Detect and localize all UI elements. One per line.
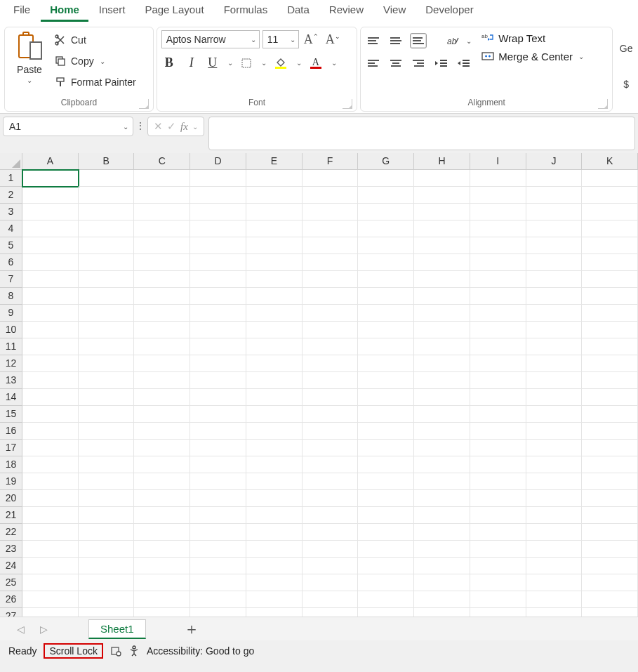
column-header[interactable]: D <box>190 153 246 170</box>
cell[interactable] <box>134 204 190 220</box>
tab-data[interactable]: Data <box>278 1 319 22</box>
cell[interactable] <box>79 490 135 507</box>
align-middle-button[interactable] <box>387 33 404 48</box>
cell[interactable] <box>246 541 303 558</box>
cell[interactable] <box>526 305 583 322</box>
cell[interactable] <box>79 322 135 338</box>
cell[interactable] <box>22 288 79 305</box>
cell[interactable] <box>582 170 638 187</box>
cell[interactable] <box>22 305 79 322</box>
copy-button[interactable]: Copy ⌄ <box>54 53 136 70</box>
row-header[interactable]: 7 <box>0 271 22 288</box>
alignment-launcher-icon[interactable] <box>598 99 608 109</box>
cell[interactable] <box>134 456 190 473</box>
cell[interactable] <box>303 574 359 591</box>
cell[interactable] <box>134 220 190 237</box>
cell[interactable] <box>22 338 79 355</box>
cell[interactable] <box>414 204 470 220</box>
cell[interactable] <box>414 389 470 406</box>
cell[interactable] <box>190 608 246 617</box>
decrease-font-size-button[interactable]: A <box>324 32 343 47</box>
cell[interactable] <box>358 558 414 574</box>
cell[interactable] <box>22 558 79 574</box>
row-header[interactable]: 1 <box>0 170 22 187</box>
tab-insert[interactable]: Insert <box>90 1 135 22</box>
cell[interactable] <box>414 288 470 305</box>
cell[interactable] <box>414 558 470 574</box>
cell[interactable] <box>358 473 414 490</box>
cell[interactable] <box>79 170 135 187</box>
cell[interactable] <box>246 220 303 237</box>
row-header[interactable]: 26 <box>0 591 22 608</box>
cell[interactable] <box>22 271 79 288</box>
cell[interactable] <box>134 187 190 204</box>
cell[interactable] <box>79 541 135 558</box>
cell[interactable] <box>582 456 638 473</box>
cell[interactable] <box>190 558 246 574</box>
cell[interactable] <box>358 305 414 322</box>
font-size-select[interactable]: 11 ⌄ <box>262 30 299 48</box>
cell[interactable] <box>79 473 135 490</box>
row-header[interactable]: 23 <box>0 541 22 558</box>
cell[interactable] <box>470 322 526 338</box>
cell[interactable] <box>79 305 135 322</box>
cell[interactable] <box>526 558 583 574</box>
cells[interactable] <box>22 170 638 617</box>
cell[interactable] <box>134 507 190 524</box>
cell[interactable] <box>470 541 526 558</box>
row-header[interactable]: 20 <box>0 490 22 507</box>
cell[interactable] <box>79 355 135 372</box>
cell[interactable] <box>582 389 638 406</box>
cell[interactable] <box>134 338 190 355</box>
chevron-down-icon[interactable]: ⌄ <box>123 123 128 131</box>
cell[interactable] <box>303 541 359 558</box>
cell[interactable] <box>303 237 359 254</box>
cell[interactable] <box>358 440 414 456</box>
cell[interactable] <box>303 204 359 220</box>
cell[interactable] <box>470 389 526 406</box>
cell[interactable] <box>303 389 359 406</box>
row-header[interactable]: 17 <box>0 440 22 456</box>
cell[interactable] <box>303 355 359 372</box>
cell[interactable] <box>190 187 246 204</box>
cell[interactable] <box>526 170 583 187</box>
cell[interactable] <box>303 423 359 440</box>
cell[interactable] <box>190 204 246 220</box>
cell[interactable] <box>414 237 470 254</box>
row-header[interactable]: 14 <box>0 389 22 406</box>
cell[interactable] <box>358 372 414 389</box>
cell[interactable] <box>303 507 359 524</box>
cell[interactable] <box>79 524 135 541</box>
cell[interactable] <box>134 608 190 617</box>
cell[interactable] <box>526 490 583 507</box>
cell[interactable] <box>246 237 303 254</box>
cell[interactable] <box>22 372 79 389</box>
cell[interactable] <box>303 338 359 355</box>
cell[interactable] <box>246 406 303 423</box>
borders-dropdown-caret[interactable]: ⌄ <box>261 59 267 67</box>
cell[interactable] <box>246 322 303 338</box>
cell[interactable] <box>303 220 359 237</box>
cell[interactable] <box>470 591 526 608</box>
paste-button[interactable]: Paste ⌄ <box>9 30 50 84</box>
cell[interactable] <box>79 237 135 254</box>
cell[interactable] <box>22 440 79 456</box>
cell[interactable] <box>22 490 79 507</box>
cell[interactable] <box>414 608 470 617</box>
cell[interactable] <box>526 254 583 271</box>
column-header[interactable]: I <box>470 153 526 170</box>
cell[interactable] <box>526 288 583 305</box>
cell[interactable] <box>582 288 638 305</box>
cell[interactable] <box>134 305 190 322</box>
formula-input[interactable] <box>208 117 635 150</box>
cell[interactable] <box>303 456 359 473</box>
cell[interactable] <box>526 473 583 490</box>
cell[interactable] <box>582 541 638 558</box>
row-header[interactable]: 13 <box>0 372 22 389</box>
cell[interactable] <box>526 524 583 541</box>
cell[interactable] <box>190 456 246 473</box>
row-header[interactable]: 5 <box>0 237 22 254</box>
cell[interactable] <box>582 473 638 490</box>
cell[interactable] <box>79 507 135 524</box>
cell[interactable] <box>582 372 638 389</box>
